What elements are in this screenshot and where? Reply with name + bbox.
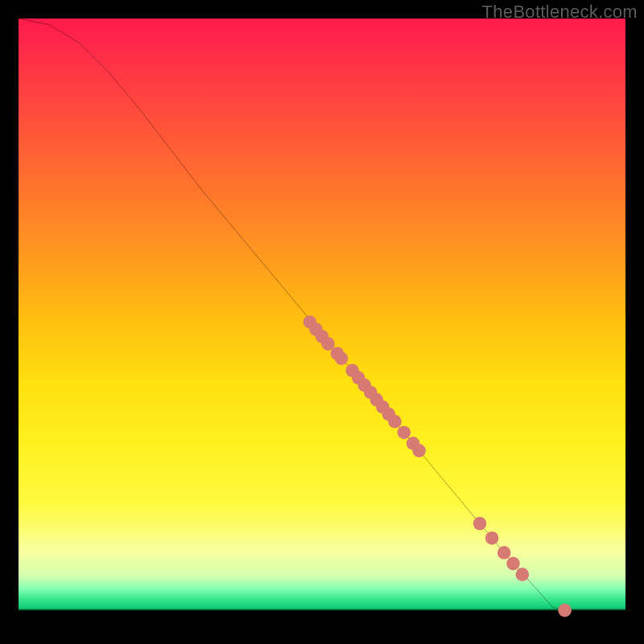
data-point [516, 568, 530, 581]
data-point [321, 337, 335, 351]
data-point [558, 604, 572, 617]
data-point [412, 444, 426, 458]
data-point [397, 426, 411, 440]
curve-line [19, 19, 625, 610]
chart-svg [19, 19, 625, 625]
data-point [388, 415, 402, 428]
data-points [303, 316, 572, 617]
data-point [497, 546, 511, 559]
data-point [473, 517, 487, 530]
data-point [485, 531, 499, 545]
data-point [506, 557, 520, 571]
data-point [335, 352, 349, 365]
